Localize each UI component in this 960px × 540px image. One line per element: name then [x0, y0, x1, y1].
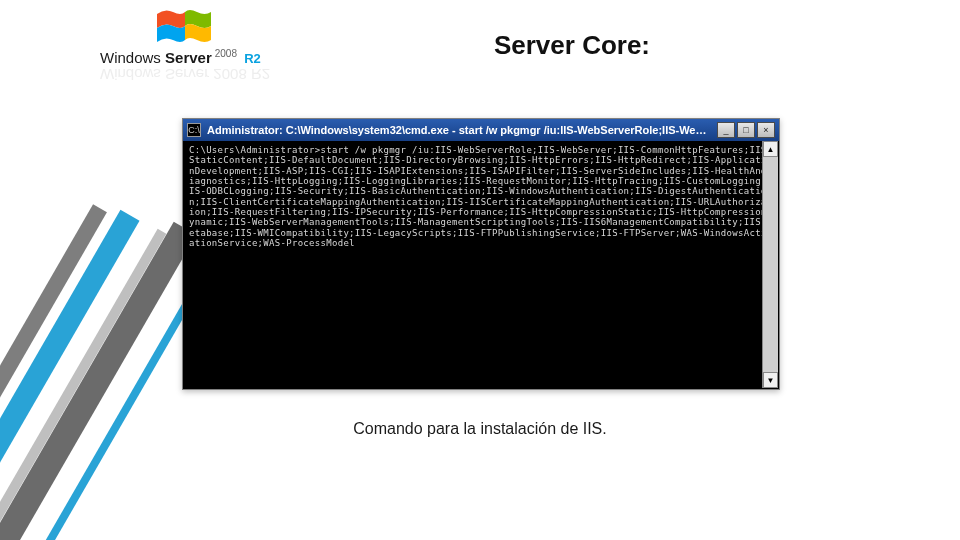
- corner-decoration: [0, 360, 180, 540]
- slide-caption: Comando para la instalación de IIS.: [0, 420, 960, 438]
- deco-stripe: [0, 210, 140, 540]
- brand-server: Server: [165, 49, 212, 66]
- scroll-down-button[interactable]: ▼: [763, 372, 778, 388]
- cmd-title-text: Administrator: C:\Windows\system32\cmd.e…: [207, 124, 711, 136]
- windows-server-logo: Windows Server2008 R2 Windows Server 200…: [100, 10, 270, 80]
- cmd-window: C:\ Administrator: C:\Windows\system32\c…: [182, 118, 780, 390]
- windows-flag-icon: [155, 6, 213, 48]
- window-controls: _ □ ×: [717, 122, 775, 138]
- deco-stripe: [0, 222, 196, 540]
- cmd-icon: C:\: [187, 123, 201, 137]
- cmd-titlebar[interactable]: C:\ Administrator: C:\Windows\system32\c…: [183, 119, 779, 141]
- scroll-up-button[interactable]: ▲: [763, 141, 778, 157]
- brand-year: 2008: [212, 48, 237, 59]
- brand-text: Windows Server2008 R2: [100, 48, 261, 66]
- brand-reflection: Windows Server 2008 R2: [100, 66, 270, 83]
- slide-title: Server Core:: [284, 30, 920, 61]
- deco-stripe: [0, 229, 166, 540]
- slide-header: Windows Server2008 R2 Windows Server 200…: [100, 10, 920, 80]
- cmd-output[interactable]: C:\Users\Administrator>start /w pkgmgr /…: [183, 141, 779, 389]
- scrollbar[interactable]: ▲ ▼: [762, 141, 778, 388]
- minimize-button[interactable]: _: [717, 122, 735, 138]
- deco-stripe: [0, 204, 107, 540]
- close-button[interactable]: ×: [757, 122, 775, 138]
- brand-windows: Windows: [100, 49, 161, 66]
- maximize-button[interactable]: □: [737, 122, 755, 138]
- brand-edition: R2: [241, 51, 261, 66]
- scroll-track[interactable]: [763, 157, 778, 372]
